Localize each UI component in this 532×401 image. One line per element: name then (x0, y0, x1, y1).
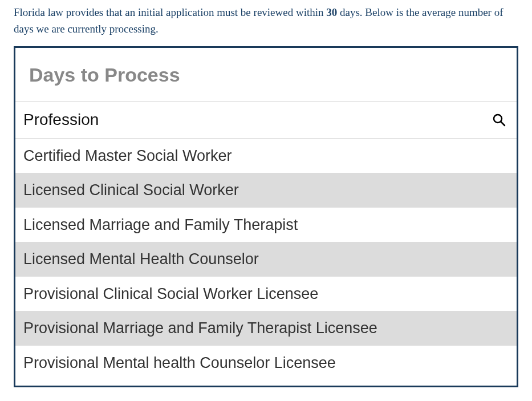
list-item[interactable]: Provisional Mental health Counselor Lice… (15, 346, 517, 380)
profession-rows: Certified Master Social Worker Licensed … (15, 139, 517, 380)
intro-paragraph: Florida law provides that an initial app… (0, 0, 532, 46)
list-item[interactable]: Licensed Clinical Social Worker (15, 173, 517, 207)
column-header-profession[interactable]: Profession (23, 111, 99, 129)
intro-days-bold: 30 (326, 6, 337, 18)
days-to-process-widget: Days to Process Profession Certified Mas… (14, 46, 518, 387)
svg-line-1 (501, 121, 505, 125)
intro-text-prefix: Florida law provides that an initial app… (14, 6, 326, 18)
list-item[interactable]: Certified Master Social Worker (15, 139, 517, 173)
search-icon[interactable] (492, 112, 506, 127)
column-header-row: Profession (15, 101, 517, 139)
widget-title: Days to Process (15, 48, 517, 101)
list-item[interactable]: Licensed Mental Health Counselor (15, 242, 517, 276)
list-item[interactable]: Provisional Clinical Social Worker Licen… (15, 277, 517, 311)
list-item[interactable]: Licensed Marriage and Family Therapist (15, 208, 517, 242)
list-item[interactable]: Provisional Marriage and Family Therapis… (15, 311, 517, 345)
